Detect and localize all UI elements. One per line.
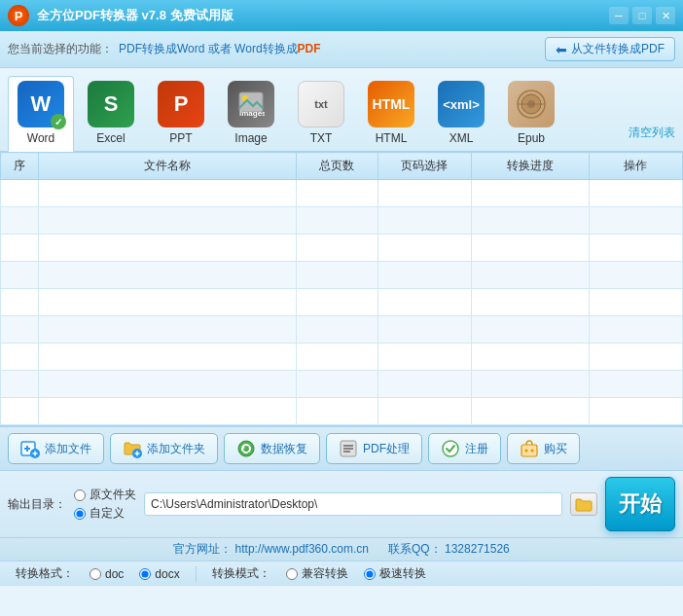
th-seq: 序: [1, 153, 39, 180]
epub-label: Epub: [518, 131, 545, 145]
txt-label: TXT: [310, 131, 333, 145]
ppt-label: PPT: [169, 131, 192, 145]
table-row: [1, 207, 683, 235]
add-folder-label: 添加文件夹: [147, 441, 205, 457]
image-icon: images: [228, 81, 274, 127]
browse-folder-button[interactable]: [570, 492, 597, 516]
html-label: HTML: [376, 131, 408, 145]
pdf-process-button[interactable]: PDF处理: [326, 433, 422, 464]
buy-label: 购买: [544, 441, 567, 457]
output-area: 输出目录： 原文件夹 自定义 开始: [0, 471, 683, 537]
buy-button[interactable]: 购买: [507, 433, 580, 464]
file-table: 序 文件名称 总页数 页码选择 转换进度 操作: [0, 152, 683, 425]
format-btn-excel[interactable]: S Excel: [78, 76, 144, 151]
format-btn-word[interactable]: W ✓ Word: [8, 76, 74, 152]
txt-icon: txt: [298, 81, 344, 127]
toolbar-area: 您当前选择的功能： PDF转换成Word 或者 Word转换成PDF ⬅ 从文件…: [0, 31, 683, 68]
start-button[interactable]: 开始: [605, 477, 675, 531]
compat-radio[interactable]: [286, 568, 298, 580]
website-bar: 官方网址： http://www.pdf360.com.cn 联系QQ： 132…: [0, 537, 683, 561]
format-row: W ✓ Word S Excel P PPT images Image: [0, 68, 683, 152]
svg-point-23: [443, 441, 458, 456]
doc-radio-label[interactable]: doc: [90, 567, 124, 581]
epub-icon: [508, 81, 555, 127]
th-progress: 转换进度: [472, 153, 589, 180]
qq-label: 联系QQ：: [388, 542, 442, 556]
docx-radio-label[interactable]: docx: [139, 567, 179, 581]
doc-radio[interactable]: [90, 568, 101, 580]
table-row: [1, 235, 683, 262]
radio-original-label[interactable]: 原文件夹: [74, 487, 136, 503]
register-button[interactable]: 注册: [428, 433, 501, 464]
html-icon: HTML: [368, 81, 414, 127]
docx-radio[interactable]: [139, 568, 151, 580]
radio-custom[interactable]: [74, 508, 86, 520]
fast-radio[interactable]: [364, 568, 376, 580]
from-file-button[interactable]: ⬅ 从文件转换成PDF: [545, 37, 675, 61]
app-title: 全方位PDF转换器 v7.8 免费试用版: [37, 7, 609, 24]
format-btn-html[interactable]: HTML HTML: [358, 76, 424, 151]
path-input[interactable]: [144, 492, 562, 516]
fast-radio-label[interactable]: 极速转换: [364, 565, 426, 582]
data-recovery-button[interactable]: 数据恢复: [224, 433, 320, 464]
xml-icon: <xml>: [438, 81, 485, 127]
maximize-button[interactable]: □: [632, 7, 652, 24]
table-row: [1, 316, 683, 344]
register-label: 注册: [465, 441, 488, 457]
close-button[interactable]: ✕: [656, 7, 675, 24]
format-btn-txt[interactable]: txt TXT: [288, 76, 354, 151]
minimize-button[interactable]: ─: [609, 7, 629, 24]
mode-label: 转换模式：: [212, 565, 270, 582]
arrow-left-icon: ⬅: [556, 42, 567, 57]
th-action: 操作: [589, 153, 682, 180]
add-folder-button[interactable]: 添加文件夹: [110, 433, 218, 464]
svg-text:images: images: [239, 109, 265, 118]
add-folder-icon: [123, 439, 142, 458]
format-btn-image[interactable]: images Image: [218, 76, 284, 151]
th-name: 文件名称: [38, 153, 296, 180]
compat-radio-label[interactable]: 兼容转换: [286, 565, 348, 582]
word-label: Word: [27, 131, 54, 145]
th-pages: 总页数: [296, 153, 377, 180]
qq-number: 1328271526: [445, 542, 510, 556]
compat-label-text: 兼容转换: [302, 565, 348, 582]
buy-icon: [520, 439, 539, 458]
bottom-toolbar: 添加文件 添加文件夹 数据恢复: [0, 426, 683, 471]
app-icon: P: [8, 5, 29, 26]
radio-original[interactable]: [74, 489, 86, 501]
add-file-icon: [20, 439, 40, 458]
format-label: 转换格式：: [16, 565, 74, 582]
add-file-button[interactable]: 添加文件: [8, 433, 104, 464]
clear-list-button[interactable]: 清空列表: [629, 125, 675, 147]
table-row: [1, 180, 683, 207]
format-btn-xml[interactable]: <xml> XML: [428, 76, 494, 151]
xml-label: XML: [449, 131, 474, 145]
function-label: 您当前选择的功能：: [8, 41, 113, 57]
format-btn-epub[interactable]: Epub: [498, 76, 564, 151]
pdf-process-icon: [339, 439, 358, 458]
fast-label-text: 极速转换: [379, 565, 426, 582]
image-label: Image: [234, 131, 267, 145]
format-btn-ppt[interactable]: P PPT: [148, 76, 214, 151]
pdf-process-label: PDF处理: [363, 441, 410, 457]
data-recovery-icon: [236, 439, 256, 458]
svg-rect-24: [521, 445, 537, 456]
window-controls: ─ □ ✕: [609, 7, 675, 24]
docx-label-text: docx: [155, 567, 179, 581]
table-row: [1, 289, 683, 316]
radio-custom-label[interactable]: 自定义: [74, 505, 136, 522]
radio-original-text: 原文件夹: [90, 487, 136, 503]
start-label: 开始: [619, 489, 662, 519]
th-pagesel: 页码选择: [377, 153, 471, 180]
register-icon: [441, 439, 460, 458]
file-table-area: 序 文件名称 总页数 页码选择 转换进度 操作: [0, 152, 683, 426]
svg-point-25: [525, 450, 528, 453]
word-icon: W ✓: [18, 81, 64, 127]
title-bar: P 全方位PDF转换器 v7.8 免费试用版 ─ □ ✕: [0, 0, 683, 31]
function-desc-highlight: PDF: [298, 42, 321, 55]
output-label: 输出目录：: [8, 496, 66, 513]
from-file-label: 从文件转换成PDF: [571, 41, 665, 57]
radio-group: 原文件夹 自定义: [74, 487, 136, 522]
website-link[interactable]: http://www.pdf360.com.cn: [235, 542, 369, 556]
excel-label: Excel: [96, 131, 125, 145]
